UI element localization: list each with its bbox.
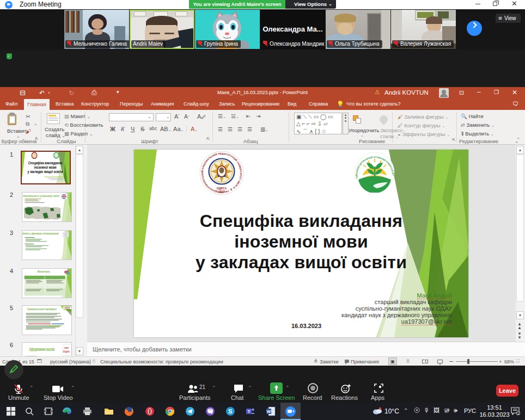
svg-text:Фонетика: Фонетика: [37, 270, 50, 273]
svg-text:Граматичний матеріал: Граматичний матеріал: [27, 307, 57, 311]
svg-text:іноземної мови: іноземної мови: [34, 165, 57, 169]
svg-text:W: W: [267, 409, 271, 414]
svg-text:S: S: [228, 408, 232, 415]
svg-text:Learn: Learn: [64, 346, 69, 349]
svg-text:ОДЕСА: ОДЕСА: [217, 187, 227, 190]
svg-text:Оформлення листів: Оформлення листів: [29, 347, 55, 353]
svg-text:English: English: [63, 350, 70, 353]
svg-text:Специфіка викладання: Специфіка викладання: [28, 161, 63, 164]
svg-text:Робота з фаховою літературою: Робота з фаховою літературою: [22, 232, 59, 235]
svg-text:#####: #####: [64, 307, 70, 309]
svg-text:T: T: [248, 409, 251, 414]
svg-text:у закладах вищої освіти: у закладах вищої освіти: [27, 170, 63, 173]
svg-text:Англійська в сучасному світі: Англійська в сучасному світі: [22, 194, 60, 197]
svg-text:1817: 1817: [218, 190, 225, 193]
